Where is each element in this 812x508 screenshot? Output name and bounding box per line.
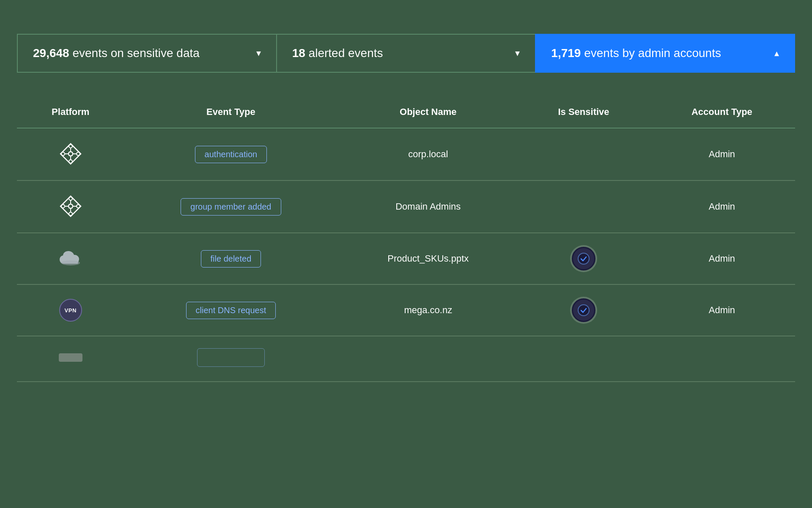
svg-marker-10 xyxy=(60,196,81,216)
summary-card-admin-accounts[interactable]: 1,719 events by admin accounts ▴ xyxy=(535,34,795,73)
summary-card-sensitive-data[interactable]: 29,648 events on sensitive data ▾ xyxy=(17,34,276,73)
event-type-badge: authentication xyxy=(195,146,267,163)
table-header-row: Platform Event Type Object Name Is Sensi… xyxy=(17,98,795,128)
platform-cell: VPN xyxy=(17,284,124,336)
col-platform: Platform xyxy=(17,98,124,128)
svg-point-12 xyxy=(69,197,72,200)
is-sensitive-cell xyxy=(518,336,649,382)
sensitive-data-label: events on sensitive data xyxy=(69,46,200,60)
svg-point-22 xyxy=(578,305,589,316)
sensitive-check-icon xyxy=(572,298,595,322)
is-sensitive-cell xyxy=(518,233,649,284)
table-row: group member added Domain Admins Admin xyxy=(17,180,795,233)
admin-accounts-label: events by admin accounts xyxy=(581,46,721,60)
vpn-platform-icon: VPN xyxy=(57,297,84,324)
platform-cell xyxy=(17,128,124,180)
svg-point-5 xyxy=(61,152,65,156)
event-type-cell: group member added xyxy=(124,180,337,233)
object-name-cell: Domain Admins xyxy=(337,180,518,233)
summary-card-alerted-events-text: 18 alerted events xyxy=(292,46,383,60)
is-sensitive-cell xyxy=(518,128,649,180)
event-type-badge: client DNS request xyxy=(186,302,276,319)
chevron-down-icon: ▾ xyxy=(256,48,261,59)
svg-point-15 xyxy=(61,205,65,208)
events-table: Platform Event Type Object Name Is Sensi… xyxy=(17,98,795,382)
svg-point-1 xyxy=(69,152,73,156)
table-row: VPN client DNS request mega.co.nz Admin xyxy=(17,284,795,336)
object-name-cell xyxy=(337,336,518,382)
object-name-cell: Product_SKUs.pptx xyxy=(337,233,518,284)
alerted-events-label: alerted events xyxy=(305,46,383,60)
svg-marker-0 xyxy=(60,144,81,164)
account-type-cell xyxy=(649,336,795,382)
event-type-badge: file deleted xyxy=(201,250,261,268)
vpn-badge: VPN xyxy=(59,299,82,322)
network-platform-icon xyxy=(57,140,84,167)
svg-point-3 xyxy=(77,152,80,156)
platform-cell xyxy=(17,233,124,284)
event-type-cell: client DNS request xyxy=(124,284,337,336)
sensitive-data-count: 29,648 xyxy=(33,46,69,60)
col-event-type: Event Type xyxy=(124,98,337,128)
event-type-cell xyxy=(124,336,337,382)
summary-card-admin-accounts-text: 1,719 events by admin accounts xyxy=(551,46,721,60)
platform-cell xyxy=(17,336,124,382)
chevron-up-icon: ▴ xyxy=(774,48,779,59)
partial-platform-icon xyxy=(59,353,82,362)
object-name-cell: mega.co.nz xyxy=(337,284,518,336)
object-name-cell: corp.local xyxy=(337,128,518,180)
svg-point-11 xyxy=(69,204,73,208)
table-row partial-row xyxy=(17,336,795,382)
cloud-platform-icon xyxy=(57,245,84,272)
is-sensitive-cell xyxy=(518,180,649,233)
account-type-cell: Admin xyxy=(649,128,795,180)
col-is-sensitive: Is Sensitive xyxy=(518,98,649,128)
table-row: file deleted Product_SKUs.pptx Admin xyxy=(17,233,795,284)
platform-cell xyxy=(17,180,124,233)
is-sensitive-cell xyxy=(518,284,649,336)
event-type-cell: authentication xyxy=(124,128,337,180)
col-object-name: Object Name xyxy=(337,98,518,128)
summary-card-sensitive-data-text: 29,648 events on sensitive data xyxy=(33,46,200,60)
col-account-type: Account Type xyxy=(649,98,795,128)
summary-cards-row: 29,648 events on sensitive data ▾ 18 ale… xyxy=(17,34,795,73)
alerted-events-count: 18 xyxy=(292,46,305,60)
svg-point-4 xyxy=(69,160,72,163)
account-type-cell: Admin xyxy=(649,180,795,233)
svg-point-20 xyxy=(61,260,80,265)
table-row: authentication corp.local Admin xyxy=(17,128,795,180)
event-type-badge: group member added xyxy=(181,198,281,216)
svg-point-21 xyxy=(578,253,589,264)
summary-card-alerted-events[interactable]: 18 alerted events ▾ xyxy=(276,34,535,73)
admin-accounts-count: 1,719 xyxy=(551,46,581,60)
event-type-badge xyxy=(197,348,265,367)
account-type-cell: Admin xyxy=(649,284,795,336)
event-type-cell: file deleted xyxy=(124,233,337,284)
network-platform-icon xyxy=(57,193,84,220)
sensitive-check-icon xyxy=(572,247,595,270)
chevron-down-icon: ▾ xyxy=(515,48,520,59)
account-type-cell: Admin xyxy=(649,233,795,284)
svg-point-2 xyxy=(69,145,72,148)
svg-point-14 xyxy=(69,212,72,216)
svg-point-13 xyxy=(77,205,80,208)
